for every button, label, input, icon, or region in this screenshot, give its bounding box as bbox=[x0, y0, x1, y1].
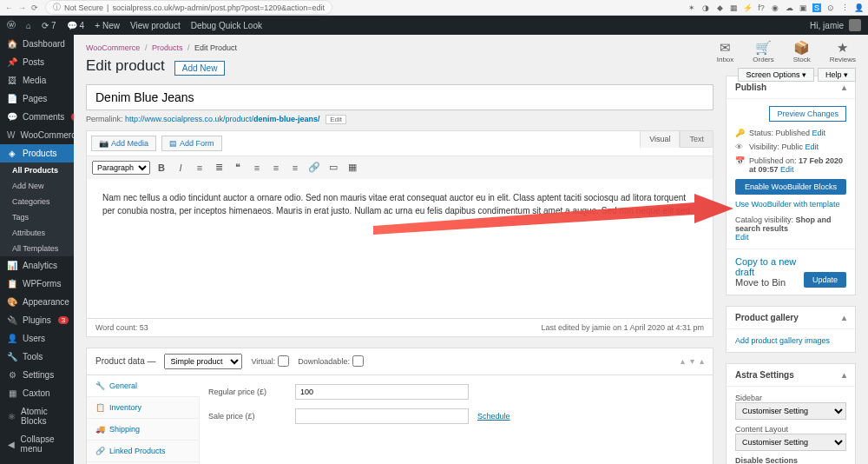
tab-text[interactable]: Text bbox=[680, 130, 713, 148]
virtual-checkbox-label[interactable]: Virtual: bbox=[251, 355, 289, 367]
reviews-button[interactable]: ★Reviews bbox=[830, 40, 856, 63]
sidebar-item-plugins[interactable]: 🔌Plugins3 bbox=[0, 311, 74, 329]
bold-button[interactable]: B bbox=[154, 160, 169, 176]
regular-price-input[interactable] bbox=[295, 384, 469, 400]
avatar-icon[interactable] bbox=[849, 19, 861, 31]
ext-icon[interactable]: ▦ bbox=[729, 3, 738, 12]
sidebar-item-tools[interactable]: 🔧Tools bbox=[0, 348, 74, 366]
tab-visual[interactable]: Visual bbox=[640, 130, 680, 148]
back-icon[interactable]: ← bbox=[5, 3, 13, 12]
sidebar-item-wpforms[interactable]: 📋WPForms bbox=[0, 275, 74, 293]
ext-icon[interactable]: ◉ bbox=[771, 3, 779, 12]
downloadable-checkbox-label[interactable]: Downloadable: bbox=[298, 355, 364, 367]
screen-options-button[interactable]: Screen Options ▾ bbox=[738, 68, 814, 82]
toggle-icon[interactable]: ▴ bbox=[700, 356, 704, 366]
product-type-select[interactable]: Simple product bbox=[164, 354, 242, 369]
pd-tab-general[interactable]: 🔧General bbox=[87, 375, 200, 397]
sidebar-item-comments[interactable]: 💬Comments4 bbox=[0, 108, 74, 126]
astra-content-select[interactable]: Customiser Setting bbox=[735, 434, 846, 451]
ext-icon[interactable]: ✶ bbox=[687, 3, 696, 12]
move-to-bin-link[interactable]: Move to Bin bbox=[735, 277, 786, 288]
ext-icon[interactable]: ⋮ bbox=[840, 3, 849, 12]
permalink-link[interactable]: http://www.socialpress.co.uk/product/den… bbox=[125, 115, 320, 123]
collapse-icon[interactable]: ▾ bbox=[690, 356, 694, 366]
ext-icon[interactable]: ◆ bbox=[715, 3, 724, 12]
ext-icon[interactable]: ⚡ bbox=[743, 3, 752, 12]
copy-draft-link[interactable]: Copy to a new draft bbox=[735, 256, 796, 277]
orders-button[interactable]: 🛒Orders bbox=[753, 40, 773, 63]
ext-icon[interactable]: ◑ bbox=[701, 3, 710, 12]
new-item[interactable]: + New bbox=[95, 21, 120, 30]
wp-logo[interactable]: ⓦ bbox=[7, 19, 16, 31]
use-woobuilder-template-link[interactable]: Use WooBuilder with template bbox=[735, 200, 839, 209]
add-form-button[interactable]: ▤Add Form bbox=[161, 136, 222, 151]
sidebar-item-posts[interactable]: 📌Posts bbox=[0, 53, 74, 71]
more-button[interactable]: ▭ bbox=[326, 160, 341, 176]
editor-content[interactable]: Nam nec tellus a odio tincidunt auctor a… bbox=[87, 179, 713, 318]
edit-catalog-link[interactable]: Edit bbox=[735, 233, 749, 242]
updates-item[interactable]: ⟳ 7 bbox=[42, 21, 56, 30]
site-name[interactable]: ⌂ bbox=[26, 21, 31, 30]
sale-price-input[interactable] bbox=[295, 408, 469, 424]
greeting[interactable]: Hi, jamie bbox=[810, 21, 844, 30]
chevron-up-icon[interactable]: ▴ bbox=[842, 313, 846, 322]
chevron-up-icon[interactable]: ▴ bbox=[842, 370, 846, 380]
permalink-edit-button[interactable]: Edit bbox=[326, 115, 346, 124]
reload-icon[interactable]: ⟳ bbox=[31, 3, 38, 12]
sidebar-subitem-tags[interactable]: Tags bbox=[0, 209, 74, 225]
update-button[interactable]: Update bbox=[804, 272, 846, 288]
sidebar-subitem-all-products[interactable]: All Products bbox=[0, 162, 74, 178]
add-gallery-images-link[interactable]: Add product gallery images bbox=[735, 336, 830, 345]
sidebar-item-pages[interactable]: 📄Pages bbox=[0, 89, 74, 108]
align-left-button[interactable]: ≡ bbox=[249, 160, 265, 176]
debug-quick-look[interactable]: Debug Quick Look bbox=[191, 21, 262, 30]
sidebar-item-atomic[interactable]: ⚛Atomic Blocks bbox=[0, 402, 74, 430]
ext-icon[interactable]: ⊙ bbox=[826, 3, 835, 12]
chevron-up-icon[interactable]: ▴ bbox=[842, 83, 846, 92]
expand-icon[interactable]: ▴ bbox=[681, 356, 685, 366]
italic-button[interactable]: I bbox=[173, 160, 188, 176]
align-center-button[interactable]: ≡ bbox=[268, 160, 284, 176]
product-title-input[interactable] bbox=[86, 84, 713, 110]
schedule-link[interactable]: Schedule bbox=[477, 412, 510, 421]
forward-icon[interactable]: → bbox=[18, 3, 26, 12]
url-bar[interactable]: ⓘ Not Secure | socialpress.co.uk/wp-admi… bbox=[45, 0, 332, 15]
sidebar-subitem-add-new[interactable]: Add New bbox=[0, 178, 74, 194]
downloadable-checkbox[interactable] bbox=[352, 355, 364, 367]
sidebar-item-dashboard[interactable]: 🏠Dashboard bbox=[0, 35, 74, 53]
pd-tab-linked[interactable]: 🔗Linked Products bbox=[87, 441, 199, 462]
link-button[interactable]: 🔗 bbox=[306, 160, 322, 176]
edit-visibility-link[interactable]: Edit bbox=[805, 143, 819, 151]
sidebar-item-users[interactable]: 👤Users bbox=[0, 329, 74, 348]
quote-button[interactable]: ❝ bbox=[230, 160, 246, 176]
sidebar-item-analytics[interactable]: 📊Analytics bbox=[0, 256, 74, 275]
sidebar-item-appearance[interactable]: 🎨Appearance bbox=[0, 293, 74, 311]
ext-icon[interactable]: f? bbox=[757, 3, 766, 12]
toolbar-toggle-button[interactable]: ▦ bbox=[345, 160, 360, 176]
comments-item[interactable]: 💬 4 bbox=[67, 21, 85, 30]
sidebar-item-caxton[interactable]: ▦Caxton bbox=[0, 384, 74, 402]
sidebar-item-products[interactable]: ◈Products bbox=[0, 144, 74, 162]
ext-icon[interactable]: S bbox=[812, 3, 821, 12]
pd-tab-inventory[interactable]: 📋Inventory bbox=[87, 397, 199, 419]
sidebar-item-media[interactable]: 🖼Media bbox=[0, 71, 74, 89]
preview-changes-button[interactable]: Preview Changes bbox=[769, 106, 846, 122]
sidebar-item-woocommerce[interactable]: WWooCommerce bbox=[0, 126, 74, 144]
sidebar-item-settings[interactable]: ⚙Settings bbox=[0, 366, 74, 384]
bullets-button[interactable]: ≡ bbox=[192, 160, 207, 176]
view-product[interactable]: View product bbox=[130, 21, 181, 30]
astra-sidebar-select[interactable]: Customiser Setting bbox=[735, 402, 846, 420]
numbers-button[interactable]: ≣ bbox=[211, 160, 227, 176]
enable-woobuilder-button[interactable]: Enable WooBuilder Blocks bbox=[735, 179, 846, 195]
sidebar-subitem-attributes[interactable]: Attributes bbox=[0, 225, 74, 241]
paragraph-select[interactable]: Paragraph bbox=[92, 161, 150, 175]
breadcrumb-woo[interactable]: WooCommerce bbox=[86, 43, 140, 52]
edit-status-link[interactable]: Edit bbox=[812, 129, 826, 137]
add-media-button[interactable]: 📷Add Media bbox=[91, 136, 156, 151]
ext-icon[interactable]: ☁ bbox=[785, 3, 793, 12]
align-right-button[interactable]: ≡ bbox=[287, 160, 303, 176]
inbox-button[interactable]: ✉Inbox bbox=[717, 40, 734, 63]
sidebar-subitem-categories[interactable]: Categories bbox=[0, 194, 74, 209]
sidebar-subitem-templates[interactable]: All Templates bbox=[0, 241, 74, 256]
add-new-button[interactable]: Add New bbox=[174, 61, 226, 76]
